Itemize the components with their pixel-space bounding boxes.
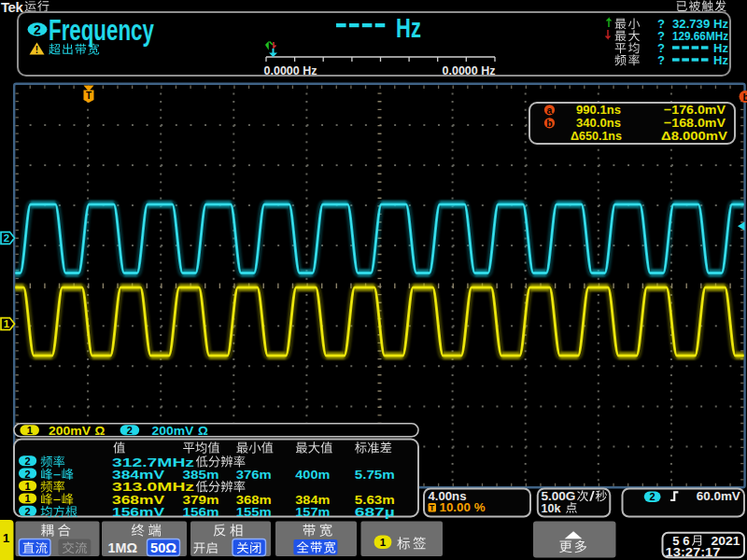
svg-text:Tek: Tek bbox=[1, 0, 23, 15]
svg-text:−168.0mV: −168.0mV bbox=[664, 116, 726, 130]
svg-text:156mV: 156mV bbox=[112, 505, 164, 519]
svg-text:1MΩ: 1MΩ bbox=[108, 540, 138, 555]
svg-text:T: T bbox=[430, 503, 435, 512]
svg-text:0.0000 Hz: 0.0000 Hz bbox=[443, 63, 496, 77]
svg-text:13:27:17: 13:27:17 bbox=[666, 545, 721, 559]
svg-text:376m: 376m bbox=[236, 468, 272, 482]
svg-text:0.0000 Hz: 0.0000 Hz bbox=[264, 63, 317, 77]
svg-text:b: b bbox=[546, 118, 552, 129]
svg-text:Δ650.1ns: Δ650.1ns bbox=[571, 129, 622, 143]
svg-text:157m: 157m bbox=[295, 505, 330, 519]
svg-text:1: 1 bbox=[27, 425, 33, 436]
svg-text:156m: 156m bbox=[183, 505, 219, 519]
svg-text:10k: 10k bbox=[541, 501, 561, 515]
svg-text:Hz: Hz bbox=[713, 53, 728, 67]
svg-text:1: 1 bbox=[3, 531, 9, 545]
svg-text:50Ω: 50Ω bbox=[150, 540, 176, 555]
svg-text:1: 1 bbox=[25, 493, 31, 504]
svg-text:Δ8.000mV: Δ8.000mV bbox=[661, 129, 727, 143]
svg-text:687µ: 687µ bbox=[355, 505, 395, 519]
svg-text:T: T bbox=[86, 91, 92, 101]
svg-text:?: ? bbox=[657, 53, 665, 67]
svg-text:60.0mV: 60.0mV bbox=[697, 489, 740, 503]
svg-text:1: 1 bbox=[4, 318, 10, 329]
svg-text:1: 1 bbox=[25, 481, 31, 492]
svg-text:990.1ns: 990.1ns bbox=[576, 103, 621, 117]
svg-text:5.75m: 5.75m bbox=[355, 468, 395, 482]
svg-text:a: a bbox=[547, 105, 553, 116]
svg-text:2: 2 bbox=[4, 232, 9, 244]
svg-text:2: 2 bbox=[25, 469, 31, 480]
svg-text:400m: 400m bbox=[295, 468, 330, 482]
svg-text:200mV: 200mV bbox=[151, 424, 193, 438]
svg-text:2: 2 bbox=[127, 425, 133, 436]
svg-text:155m: 155m bbox=[236, 505, 272, 519]
svg-text:2: 2 bbox=[650, 491, 655, 502]
svg-text:Ω: Ω bbox=[198, 424, 208, 438]
svg-text:Hz: Hz bbox=[396, 13, 421, 43]
svg-text:b: b bbox=[743, 91, 747, 103]
svg-text:Ω: Ω bbox=[95, 424, 106, 438]
svg-text:2: 2 bbox=[25, 506, 31, 517]
svg-text:200mV: 200mV bbox=[49, 424, 91, 438]
svg-text:1: 1 bbox=[380, 537, 387, 548]
svg-text:340.0ns: 340.0ns bbox=[576, 116, 621, 130]
svg-text:2: 2 bbox=[25, 455, 31, 467]
svg-text:10.00 %: 10.00 % bbox=[440, 500, 486, 514]
svg-text:!: ! bbox=[35, 45, 38, 55]
svg-text:2: 2 bbox=[34, 22, 41, 37]
svg-text:−176.0mV: −176.0mV bbox=[664, 103, 726, 117]
svg-text:Frequency: Frequency bbox=[49, 14, 154, 46]
